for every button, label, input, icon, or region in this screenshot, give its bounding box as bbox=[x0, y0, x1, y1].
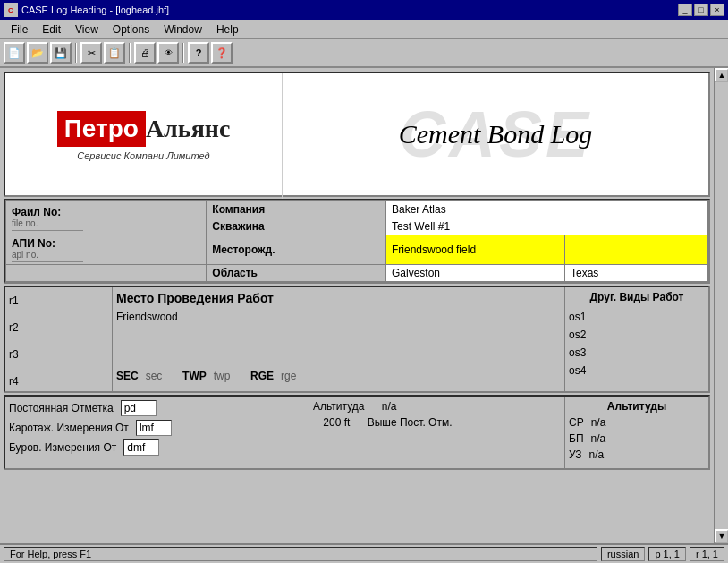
above-label: Выше Пост. Отм. bbox=[368, 416, 453, 429]
menu-help[interactable]: Help bbox=[209, 21, 246, 38]
alt-value: n/a bbox=[382, 400, 397, 413]
help-button[interactable]: ? bbox=[188, 42, 209, 64]
close-button[interactable]: × bbox=[710, 4, 724, 16]
language-indicator: russian bbox=[601, 547, 645, 561]
cp-value: n/a bbox=[591, 416, 606, 429]
company-label: Компания bbox=[207, 201, 386, 218]
api-cell: АПИ No: api no. bbox=[6, 235, 207, 265]
form-table: Фаил No: file no. Компания Baker Atlas С… bbox=[5, 200, 708, 282]
menu-file[interactable]: File bbox=[4, 21, 35, 38]
save-button[interactable]: 💾 bbox=[50, 42, 72, 64]
company-value: Baker Atlas bbox=[386, 201, 708, 218]
bur-row: Буров. Измерения От bbox=[9, 439, 305, 456]
os3-label: os3 bbox=[569, 346, 586, 359]
empty-cell bbox=[6, 265, 207, 282]
location-coords: SEC sec TWP twp RGE rge bbox=[116, 370, 561, 382]
r4-label: r4 bbox=[9, 375, 108, 388]
r2-label: r2 bbox=[9, 321, 108, 334]
scroll-down-button[interactable]: ▼ bbox=[715, 529, 728, 543]
twp-label: TWP bbox=[182, 370, 207, 382]
api-sub: api no. bbox=[12, 250, 200, 260]
window-controls[interactable]: _ □ × bbox=[678, 4, 724, 16]
os4-label: os4 bbox=[569, 364, 586, 377]
maximize-button[interactable]: □ bbox=[694, 4, 708, 16]
toolbar-sep-3 bbox=[182, 43, 184, 63]
title-bar: C CASE Log Heading - [loghead.jhf] _ □ × bbox=[0, 0, 728, 20]
cut-button[interactable]: ✂ bbox=[80, 42, 102, 64]
toolbar-sep-2 bbox=[129, 43, 131, 63]
api-label: АПИ No: bbox=[12, 237, 200, 250]
os2-label: os2 bbox=[569, 328, 586, 341]
file-no-sub: file no. bbox=[12, 218, 200, 228]
region-label: Область bbox=[207, 265, 386, 282]
menu-options[interactable]: Options bbox=[106, 21, 157, 38]
perm-input[interactable] bbox=[121, 400, 157, 416]
menu-edit[interactable]: Edit bbox=[35, 21, 68, 38]
menu-window[interactable]: Window bbox=[157, 21, 209, 38]
bp-label: БП bbox=[569, 432, 584, 445]
petro-red-text: Петро bbox=[57, 111, 146, 147]
right-other: Друг. Виды Работ os1 os2 os3 os4 bbox=[565, 287, 708, 391]
copy-button[interactable]: 📋 bbox=[104, 42, 125, 64]
cp-row: СР n/a bbox=[569, 416, 705, 429]
r1-label: r1 bbox=[9, 294, 108, 307]
menu-bar: File Edit View Options Window Help bbox=[0, 20, 728, 39]
window-title: CASE Log Heading - [loghead.jhf] bbox=[21, 4, 169, 15]
app-icon[interactable]: C bbox=[4, 3, 18, 17]
context-help-button[interactable]: ❓ bbox=[211, 42, 233, 64]
form-row-3: АПИ No: api no. Месторожд. Friendswood f… bbox=[6, 235, 708, 265]
rge-value: rge bbox=[281, 370, 296, 382]
cp-label: СР bbox=[569, 416, 584, 429]
os3-row: os3 bbox=[569, 346, 705, 359]
status-bar: For Help, press F1 russian p 1, 1 r 1, 1 bbox=[0, 543, 728, 563]
position-1: p 1, 1 bbox=[648, 547, 686, 561]
bp-value: n/a bbox=[591, 432, 606, 445]
bur-input[interactable] bbox=[123, 439, 159, 456]
file-no-cell: Фаил No: file no. bbox=[6, 201, 207, 235]
bp-row: БП n/a bbox=[569, 432, 705, 445]
right-header: Друг. Виды Работ bbox=[569, 291, 705, 303]
file-no-label: Фаил No: bbox=[12, 206, 200, 218]
r3-label: r3 bbox=[9, 348, 108, 361]
open-button[interactable]: 📂 bbox=[27, 42, 48, 64]
alt-label: Альтитуда bbox=[313, 400, 364, 413]
perm-row: Постоянная Отметка bbox=[9, 400, 305, 416]
bur-label: Буров. Измерения От bbox=[9, 441, 116, 454]
well-label: Скважина bbox=[207, 218, 386, 235]
scroll-up-button[interactable]: ▲ bbox=[715, 68, 728, 82]
menu-view[interactable]: View bbox=[68, 21, 106, 38]
print-button[interactable]: 🖨 bbox=[134, 42, 156, 64]
os1-label: os1 bbox=[569, 311, 586, 323]
alt-row: Альтитуда n/a bbox=[313, 400, 561, 413]
field-value[interactable]: Friendswood field bbox=[386, 235, 565, 265]
karotaj-row: Каротаж. Измерения От bbox=[9, 420, 305, 436]
logo-left: Петро Альянс Сервисис Компани Лимитед bbox=[5, 73, 283, 199]
minimize-button[interactable]: _ bbox=[678, 4, 692, 16]
preview-button[interactable]: 👁 bbox=[157, 42, 179, 64]
uz-label: УЗ bbox=[569, 448, 582, 461]
scrollbar[interactable]: ▲ ▼ bbox=[714, 68, 728, 543]
karotaj-label: Каротаж. Измерения От bbox=[9, 422, 129, 434]
new-button[interactable]: 📄 bbox=[4, 42, 25, 64]
sec-value: sec bbox=[146, 370, 163, 382]
uz-value: n/a bbox=[589, 448, 605, 461]
os4-row: os4 bbox=[569, 364, 705, 377]
middle-title: Место Проведения Работ bbox=[116, 291, 561, 305]
location-value: Friendswood bbox=[116, 311, 561, 323]
left-labels: r1 r2 r3 r4 bbox=[5, 287, 113, 391]
bottom-right: Альтитуды СР n/a БП n/a УЗ n/a bbox=[565, 397, 708, 468]
well-value: Test Well #1 bbox=[386, 218, 708, 235]
form-row-1: Фаил No: file no. Компания Baker Atlas bbox=[6, 201, 708, 218]
karotaj-input[interactable] bbox=[136, 420, 172, 436]
os2-row: os2 bbox=[569, 328, 705, 341]
region-value2: Texas bbox=[565, 265, 708, 282]
sec-label: SEC bbox=[116, 370, 139, 382]
above-row: 200 ft Выше Пост. Отм. bbox=[313, 416, 561, 429]
perm-label: Постоянная Отметка bbox=[9, 402, 114, 414]
uz-row: УЗ n/a bbox=[569, 448, 705, 461]
form-row-4: Область Galveston Texas bbox=[6, 265, 708, 282]
twp-value: twp bbox=[214, 370, 231, 382]
scroll-track bbox=[715, 82, 728, 529]
main-content: Петро Альянс Сервисис Компани Лимитед CA… bbox=[0, 68, 728, 543]
field-value2[interactable] bbox=[565, 235, 708, 265]
